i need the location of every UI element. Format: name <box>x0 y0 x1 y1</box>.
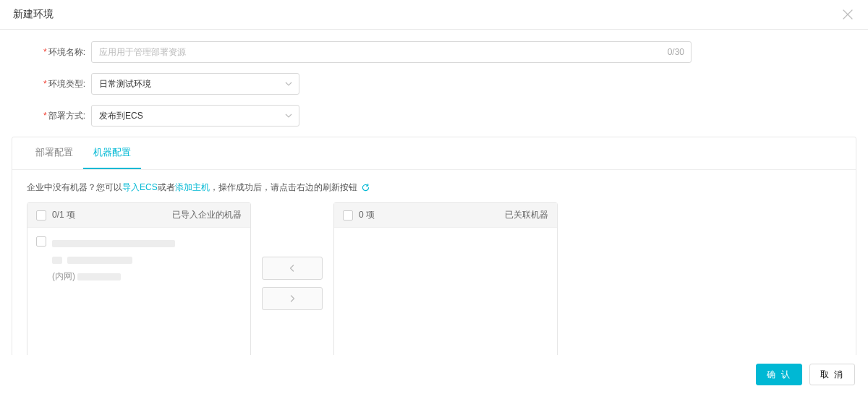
machine-item[interactable]: (内网) <box>36 234 242 287</box>
transfer-source-list: (内网) <box>27 228 250 355</box>
source-select-all-checkbox[interactable] <box>36 210 46 220</box>
dialog-body: *环境名称: 0/30 *环境类型: 日常测试环境 *部署方式: 发布到ECS <box>0 30 868 355</box>
move-right-button[interactable] <box>262 287 323 310</box>
tab-machine-config[interactable]: 机器配置 <box>83 137 141 169</box>
machine-item-info: (内网) <box>52 236 175 284</box>
cancel-button[interactable]: 取 消 <box>809 364 855 385</box>
target-title: 已关联机器 <box>505 209 548 221</box>
deploy-method-row: *部署方式: 发布到ECS <box>12 105 856 127</box>
transfer-target-list <box>334 228 557 355</box>
config-card: 部署配置 机器配置 企业中没有机器？您可以导入ECS或者添加主机，操作成功后，请… <box>12 137 856 355</box>
refresh-icon[interactable] <box>361 183 370 192</box>
tab-body-machine-config: 企业中没有机器？您可以导入ECS或者添加主机，操作成功后，请点击右边的刷新按钮 … <box>12 170 856 355</box>
import-ecs-link[interactable]: 导入ECS <box>122 182 158 192</box>
env-name-row: *环境名称: 0/30 <box>12 41 856 63</box>
env-type-row: *环境类型: 日常测试环境 <box>12 73 856 95</box>
env-name-input-wrap: 0/30 <box>91 41 692 63</box>
env-type-select[interactable]: 日常测试环境 <box>91 73 299 95</box>
tab-deploy-config[interactable]: 部署配置 <box>25 137 83 169</box>
create-environment-dialog: 新建环境 *环境名称: 0/30 *环境类型: 日常测试环境 <box>0 0 868 394</box>
transfer-target-header: 0 项 已关联机器 <box>334 203 557 228</box>
deploy-method-value: 发布到ECS <box>91 105 299 127</box>
transfer-operations <box>258 202 326 355</box>
source-count: 0/1 项 <box>52 209 75 221</box>
no-machine-hint: 企业中没有机器？您可以导入ECS或者添加主机，操作成功后，请点击右边的刷新按钮 <box>27 181 841 194</box>
dialog-header: 新建环境 <box>0 0 868 30</box>
target-count: 0 项 <box>359 209 375 221</box>
transfer-target-panel: 0 项 已关联机器 <box>333 202 558 355</box>
dialog-title: 新建环境 <box>13 8 54 21</box>
confirm-button[interactable]: 确 认 <box>756 364 801 385</box>
target-select-all-checkbox[interactable] <box>343 210 353 220</box>
config-tabs: 部署配置 机器配置 <box>12 137 856 170</box>
dialog-footer: 确 认 取 消 <box>0 355 868 394</box>
transfer-source-panel: 0/1 项 已导入企业的机器 (内网) <box>27 202 251 355</box>
env-name-input[interactable] <box>91 41 692 63</box>
env-type-value: 日常测试环境 <box>91 73 299 95</box>
close-icon[interactable] <box>841 7 855 22</box>
add-host-link[interactable]: 添加主机 <box>175 182 210 192</box>
machine-item-checkbox[interactable] <box>36 236 46 247</box>
move-left-button[interactable] <box>262 257 323 280</box>
deploy-method-select[interactable]: 发布到ECS <box>91 105 299 127</box>
env-name-char-count: 0/30 <box>668 47 684 57</box>
transfer-source-header: 0/1 项 已导入企业的机器 <box>27 203 250 228</box>
machine-transfer: 0/1 项 已导入企业的机器 (内网) <box>27 202 841 355</box>
deploy-method-label: *部署方式: <box>12 110 91 122</box>
source-title: 已导入企业的机器 <box>172 209 242 221</box>
env-name-label: *环境名称: <box>12 46 91 59</box>
env-type-label: *环境类型: <box>12 78 91 90</box>
